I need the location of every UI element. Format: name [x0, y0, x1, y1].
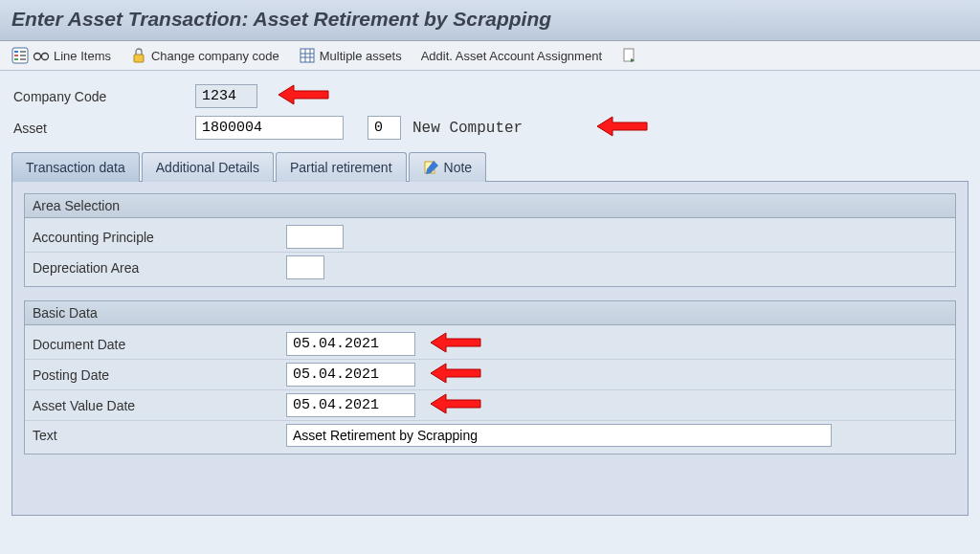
asset-value-date-label: Asset Value Date	[33, 398, 286, 413]
svg-rect-9	[134, 55, 144, 62]
accounting-principle-label: Accounting Principle	[33, 230, 286, 245]
annotation-arrow	[429, 332, 482, 353]
svg-rect-4	[20, 51, 26, 53]
post-button[interactable]	[621, 47, 638, 64]
company-code-field[interactable]	[195, 84, 257, 108]
svg-point-7	[34, 54, 41, 60]
page-title: Enter Asset Transaction: Asset Retiremen…	[0, 0, 980, 41]
header-form: Company Code Asset New Computer	[0, 71, 980, 140]
text-label: Text	[33, 428, 286, 443]
line-items-icon	[11, 47, 29, 64]
addit-assignment-label: Addit. Asset Account Assignment	[421, 49, 602, 63]
posting-date-label: Posting Date	[33, 367, 286, 383]
addit-assignment-button[interactable]: Addit. Asset Account Assignment	[421, 49, 602, 63]
document-date-field[interactable]	[286, 332, 415, 356]
annotation-arrow	[277, 84, 330, 105]
svg-point-8	[42, 54, 49, 60]
annotation-arrow	[429, 393, 482, 414]
document-date-label: Document Date	[33, 337, 286, 352]
line-items-button[interactable]: Line Items	[11, 47, 111, 64]
svg-rect-1	[14, 51, 18, 53]
line-items-label: Line Items	[54, 49, 111, 63]
posting-date-field[interactable]	[286, 363, 415, 387]
change-company-code-button[interactable]: Change company code	[130, 47, 279, 64]
tab-transaction-data[interactable]: Transaction data	[11, 152, 140, 182]
asset-number-field[interactable]	[195, 116, 344, 140]
svg-rect-2	[14, 55, 18, 56]
tab-strip: Transaction data Additional Details Part…	[11, 152, 969, 182]
change-company-label: Change company code	[151, 49, 279, 63]
depreciation-area-label: Depreciation Area	[33, 260, 286, 276]
area-selection-title: Area Selection	[25, 194, 955, 218]
grid-icon	[299, 47, 316, 64]
depreciation-area-field[interactable]	[286, 255, 324, 279]
tab-body: Area Selection Accounting Principle Depr…	[11, 181, 969, 516]
note-icon	[423, 159, 440, 176]
svg-rect-6	[20, 58, 26, 60]
document-forward-icon	[621, 47, 638, 64]
area-selection-group: Area Selection Accounting Principle Depr…	[24, 193, 956, 287]
asset-description: New Computer	[412, 120, 523, 137]
basic-data-title: Basic Data	[25, 301, 955, 325]
tab-note-label: Note	[444, 160, 473, 175]
svg-rect-10	[301, 49, 314, 62]
annotation-arrow	[595, 116, 649, 137]
tab-note[interactable]: Note	[409, 152, 487, 182]
multiple-assets-label: Multiple assets	[320, 49, 402, 63]
asset-label: Asset	[13, 121, 195, 136]
svg-rect-3	[14, 58, 18, 60]
text-field[interactable]	[286, 424, 832, 447]
basic-data-group: Basic Data Document Date Posting Date	[24, 300, 956, 454]
annotation-arrow	[429, 363, 482, 384]
tab-additional-details[interactable]: Additional Details	[142, 152, 274, 182]
lock-change-icon	[130, 47, 147, 64]
tab-container: Transaction data Additional Details Part…	[11, 151, 969, 516]
svg-rect-5	[20, 55, 26, 56]
multiple-assets-button[interactable]: Multiple assets	[299, 47, 402, 64]
asset-value-date-field[interactable]	[286, 393, 415, 417]
glasses-icon	[33, 47, 50, 64]
asset-subnumber-field[interactable]	[368, 116, 401, 140]
company-code-label: Company Code	[13, 89, 195, 104]
toolbar: Line Items Change company code Multiple …	[0, 41, 980, 71]
accounting-principle-field[interactable]	[286, 225, 344, 249]
tab-partial-retirement[interactable]: Partial retirement	[276, 152, 407, 182]
